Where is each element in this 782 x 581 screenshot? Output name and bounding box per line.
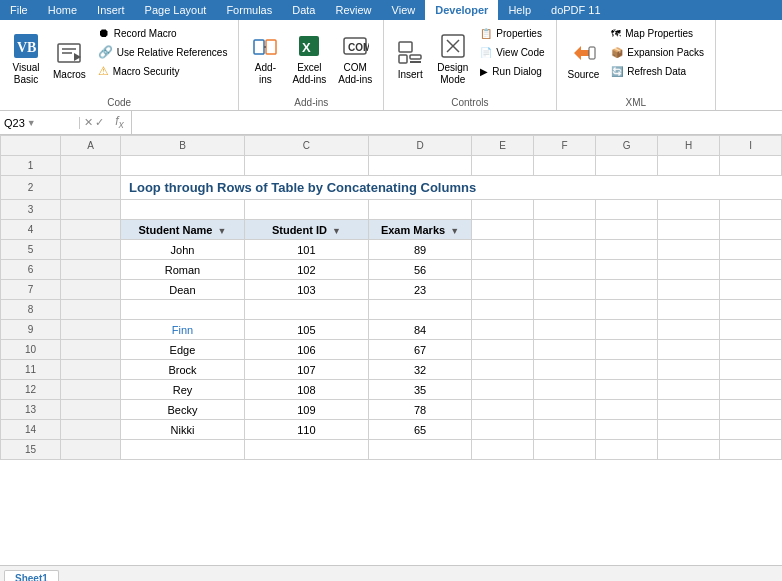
source-button[interactable]: Source <box>563 28 605 90</box>
cell-g9[interactable] <box>596 320 658 340</box>
cell-a12[interactable] <box>61 380 121 400</box>
cell-b10[interactable]: Edge <box>121 340 245 360</box>
cell-a5[interactable] <box>61 240 121 260</box>
cell-h13[interactable] <box>658 400 720 420</box>
cell-b7[interactable]: Dean <box>121 280 245 300</box>
cell-g12[interactable] <box>596 380 658 400</box>
cell-g11[interactable] <box>596 360 658 380</box>
cell-b8[interactable] <box>121 300 245 320</box>
cell-h9[interactable] <box>658 320 720 340</box>
cell-g13[interactable] <box>596 400 658 420</box>
cell-g10[interactable] <box>596 340 658 360</box>
cell-h1[interactable] <box>658 156 720 176</box>
cell-c7[interactable]: 103 <box>244 280 368 300</box>
col-id-dropdown-icon[interactable]: ▼ <box>332 226 341 236</box>
cell-d8[interactable] <box>368 300 471 320</box>
tab-dopdf[interactable]: doPDF 11 <box>541 0 611 20</box>
cell-e13[interactable] <box>472 400 534 420</box>
cell-b6[interactable]: Roman <box>121 260 245 280</box>
tab-home[interactable]: Home <box>38 0 87 20</box>
cell-b1[interactable] <box>121 156 245 176</box>
cancel-formula-icon[interactable]: ✕ <box>84 116 93 129</box>
cell-g1[interactable] <box>596 156 658 176</box>
cell-d7[interactable]: 23 <box>368 280 471 300</box>
cell-b9[interactable]: Finn <box>121 320 245 340</box>
cell-i8[interactable] <box>720 300 782 320</box>
col-header-a[interactable]: A <box>61 136 121 156</box>
cell-e11[interactable] <box>472 360 534 380</box>
cell-f8[interactable] <box>534 300 596 320</box>
cell-g14[interactable] <box>596 420 658 440</box>
cell-d3[interactable] <box>368 200 471 220</box>
addins-button[interactable]: Add-ins <box>245 28 285 90</box>
cell-a14[interactable] <box>61 420 121 440</box>
cell-i15[interactable] <box>720 440 782 460</box>
col-header-c[interactable]: C <box>244 136 368 156</box>
cell-e14[interactable] <box>472 420 534 440</box>
cell-c3[interactable] <box>244 200 368 220</box>
tab-insert[interactable]: Insert <box>87 0 135 20</box>
cell-i12[interactable] <box>720 380 782 400</box>
cell-i1[interactable] <box>720 156 782 176</box>
cell-c14[interactable]: 110 <box>244 420 368 440</box>
excel-addins-button[interactable]: X ExcelAdd-ins <box>287 28 331 90</box>
cell-reference-box[interactable]: Q23 ▼ <box>0 117 80 129</box>
confirm-formula-icon[interactable]: ✓ <box>95 116 104 129</box>
cell-e4[interactable] <box>472 220 534 240</box>
cell-i5[interactable] <box>720 240 782 260</box>
cell-b15[interactable] <box>121 440 245 460</box>
sheet-tab-1[interactable]: Sheet1 <box>4 570 59 581</box>
table-header-name[interactable]: Student Name ▼ <box>121 220 245 240</box>
cell-f13[interactable] <box>534 400 596 420</box>
tab-view[interactable]: View <box>382 0 426 20</box>
design-mode-button[interactable]: DesignMode <box>432 28 473 90</box>
tab-developer[interactable]: Developer <box>425 0 498 20</box>
col-name-dropdown-icon[interactable]: ▼ <box>218 226 227 236</box>
col-header-d[interactable]: D <box>368 136 471 156</box>
cell-c5[interactable]: 101 <box>244 240 368 260</box>
tab-file[interactable]: File <box>0 0 38 20</box>
col-header-h[interactable]: H <box>658 136 720 156</box>
cell-a9[interactable] <box>61 320 121 340</box>
macros-button[interactable]: Macros <box>48 28 91 90</box>
cell-b3[interactable] <box>121 200 245 220</box>
cell-g3[interactable] <box>596 200 658 220</box>
cell-d11[interactable]: 32 <box>368 360 471 380</box>
cell-h14[interactable] <box>658 420 720 440</box>
tab-review[interactable]: Review <box>325 0 381 20</box>
table-header-id[interactable]: Student ID ▼ <box>244 220 368 240</box>
table-header-marks[interactable]: Exam Marks ▼ <box>368 220 471 240</box>
cell-c12[interactable]: 108 <box>244 380 368 400</box>
col-header-e[interactable]: E <box>472 136 534 156</box>
run-dialog-button[interactable]: ▶ Run Dialog <box>475 62 549 80</box>
col-marks-dropdown-icon[interactable]: ▼ <box>450 226 459 236</box>
cell-d6[interactable]: 56 <box>368 260 471 280</box>
cell-a2[interactable] <box>61 176 121 200</box>
cell-i6[interactable] <box>720 260 782 280</box>
cell-d13[interactable]: 78 <box>368 400 471 420</box>
cell-h10[interactable] <box>658 340 720 360</box>
cell-e12[interactable] <box>472 380 534 400</box>
cell-i4[interactable] <box>720 220 782 240</box>
cell-b11[interactable]: Brock <box>121 360 245 380</box>
com-addins-button[interactable]: COM COMAdd-ins <box>333 28 377 90</box>
cell-g5[interactable] <box>596 240 658 260</box>
cell-g4[interactable] <box>596 220 658 240</box>
cell-d9[interactable]: 84 <box>368 320 471 340</box>
cell-h15[interactable] <box>658 440 720 460</box>
cell-f7[interactable] <box>534 280 596 300</box>
cell-h11[interactable] <box>658 360 720 380</box>
cell-a4[interactable] <box>61 220 121 240</box>
cell-h5[interactable] <box>658 240 720 260</box>
cell-i7[interactable] <box>720 280 782 300</box>
cell-h4[interactable] <box>658 220 720 240</box>
cell-b12[interactable]: Rey <box>121 380 245 400</box>
cell-b5[interactable]: John <box>121 240 245 260</box>
cell-e9[interactable] <box>472 320 534 340</box>
insert-button[interactable]: Insert <box>390 28 430 90</box>
cell-f11[interactable] <box>534 360 596 380</box>
cell-f3[interactable] <box>534 200 596 220</box>
record-macro-button[interactable]: ⏺ Record Macro <box>93 24 233 42</box>
properties-button[interactable]: 📋 Properties <box>475 24 549 42</box>
cell-e8[interactable] <box>472 300 534 320</box>
